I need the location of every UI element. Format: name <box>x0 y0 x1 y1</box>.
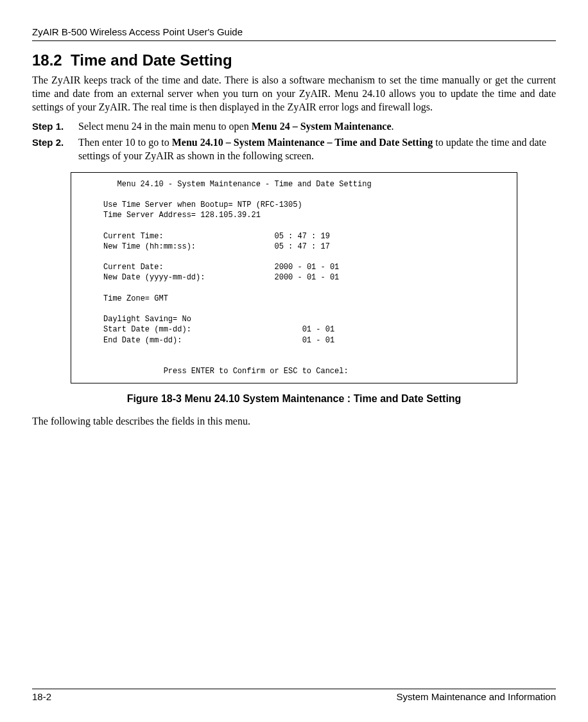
step-text-post: . <box>391 121 393 132</box>
term-newtime-value: 05 : 47 : 17 <box>274 242 329 251</box>
term-enddate-value: 01 - 01 <box>302 336 334 345</box>
step-body: Select menu 24 in the main menu to open … <box>78 120 556 134</box>
step-body: Then enter 10 to go to Menu 24.10 – Syst… <box>78 136 556 163</box>
section-heading: 18.2 Time and Date Setting <box>32 50 556 70</box>
closing-paragraph: The following table describes the fields… <box>32 415 556 428</box>
section-number: 18.2 <box>32 51 62 69</box>
term-newdate-label: New Date (yyyy-mm-dd): <box>103 273 205 282</box>
step-label: Step 2. <box>32 136 78 163</box>
step-text-pre: Select menu 24 in the main menu to open <box>78 121 252 132</box>
term-useserver: Use Time Server when Bootup= NTP (RFC-13… <box>103 200 302 209</box>
term-tz: Time Zone= GMT <box>103 294 168 303</box>
figure-caption: Figure 18-3 Menu 24.10 System Maintenanc… <box>32 392 556 406</box>
term-serveraddr: Time Server Address= 128.105.39.21 <box>103 211 261 220</box>
term-newdate-value: 2000 - 01 - 01 <box>274 273 339 282</box>
term-curtime-label: Current Time: <box>103 232 164 241</box>
term-prompt: Press ENTER to Confirm or ESC to Cancel: <box>164 367 349 376</box>
term-enddate-label: End Date (mm-dd): <box>103 336 182 345</box>
doc-header-title: ZyAIR B-500 Wireless Access Point User's… <box>32 26 243 37</box>
terminal-screen: Menu 24.10 - System Maintenance - Time a… <box>71 172 517 384</box>
term-startdate-value: 01 - 01 <box>302 325 334 334</box>
step-row: Step 2. Then enter 10 to go to Menu 24.1… <box>32 136 556 163</box>
term-curdate-label: Current Date: <box>103 263 164 272</box>
term-daylight: Daylight Saving= No <box>103 315 191 324</box>
step-row: Step 1. Select menu 24 in the main menu … <box>32 120 556 134</box>
step-text-bold: Menu 24.10 – System Maintenance – Time a… <box>172 137 433 148</box>
section-intro: The ZyAIR keeps track of the time and da… <box>32 74 556 114</box>
term-startdate-label: Start Date (mm-dd): <box>103 325 191 334</box>
step-label: Step 1. <box>32 120 78 134</box>
term-curtime-value: 05 : 47 : 19 <box>274 232 329 241</box>
step-text-bold: Menu 24 – System Maintenance <box>252 121 392 132</box>
section-title-text: Time and Date Setting <box>71 51 232 69</box>
term-title: Menu 24.10 - System Maintenance - Time a… <box>117 180 372 189</box>
term-curdate-value: 2000 - 01 - 01 <box>274 263 339 272</box>
step-text-pre: Then enter 10 to go to <box>78 137 172 148</box>
term-newtime-label: New Time (hh:mm:ss): <box>103 242 196 251</box>
